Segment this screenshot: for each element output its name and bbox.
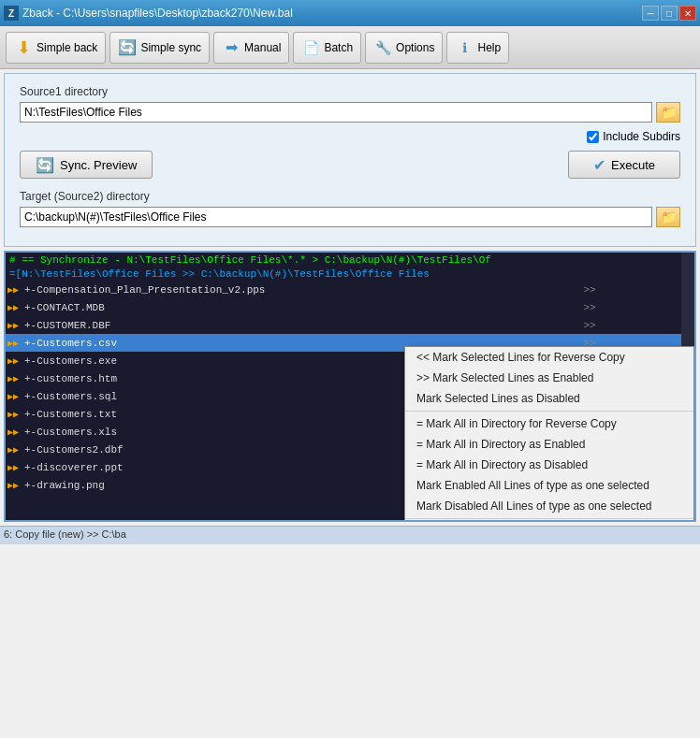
simple-sync-label: Simple sync — [140, 41, 201, 54]
ctx-separator — [405, 411, 693, 412]
include-subdirs-checkbox[interactable] — [587, 131, 599, 143]
execute-label: Execute — [611, 158, 655, 172]
execute-button[interactable]: ✔ Execute — [568, 151, 680, 179]
manual-icon: ➡ — [222, 38, 241, 57]
ctx-separator — [405, 518, 693, 519]
sync-icon-btn: 🔄 — [36, 156, 54, 174]
row-arrow: ▶▶ — [7, 409, 24, 420]
row-op: >> — [571, 320, 608, 331]
simple-back-button[interactable]: ⬇ Simple back — [6, 32, 106, 64]
ctx-menu-item[interactable]: >> Mark Selected Lines as Enabled — [405, 368, 693, 388]
context-menu: << Mark Selected Lines for Reverse Copy>… — [404, 346, 694, 522]
source-label: Source1 directory — [20, 85, 680, 98]
file-row[interactable]: ▶▶ +-CONTACT.MDB >> — [6, 298, 694, 316]
app-icon: Z — [4, 6, 19, 21]
ctx-menu-item[interactable]: Mark Selected Lines as Disabled — [405, 388, 693, 409]
manual-label: Manual — [244, 41, 281, 54]
close-button[interactable]: ✕ — [679, 6, 696, 21]
window-controls: ─ □ ✕ — [642, 6, 696, 21]
row-arrow: ▶▶ — [7, 320, 24, 331]
row-arrow: ▶▶ — [7, 355, 24, 367]
ctx-menu-item[interactable]: Mark Disabled All Lines of type as one s… — [405, 496, 693, 516]
options-button[interactable]: 🔧 Options — [365, 32, 443, 64]
row-arrow: ▶▶ — [7, 462, 24, 473]
source-field-row: 📁 — [20, 102, 680, 123]
include-subdirs-row: Include Subdirs — [20, 130, 680, 143]
batch-button[interactable]: 📄 Batch — [293, 32, 361, 64]
source-folder-button[interactable]: 📁 — [656, 102, 680, 123]
row-op: >> — [571, 284, 608, 296]
row-arrow: ▶▶ — [7, 302, 24, 313]
file-row[interactable]: ▶▶ +-CUSTOMER.DBF >> — [6, 316, 694, 334]
status-bar: 6: Copy file (new) >> C:\ba — [0, 526, 700, 544]
target-input[interactable] — [20, 207, 652, 227]
row-arrow: ▶▶ — [7, 480, 24, 491]
file-list-header: # == Synchronize - N:\TestFiles\Office F… — [6, 253, 694, 268]
ctx-menu-item[interactable]: - Delete Left Selected Files — [405, 521, 693, 522]
action-row: 🔄 Sync. Preview ✔ Execute — [20, 151, 680, 179]
include-subdirs-label: Include Subdirs — [603, 130, 680, 143]
batch-label: Batch — [324, 41, 353, 54]
batch-icon: 📄 — [301, 38, 320, 57]
file-row[interactable]: ▶▶ +-Compensation_Plan_Presentation_v2.p… — [6, 281, 694, 298]
row-filename: +-Compensation_Plan_Presentation_v2.pps — [24, 284, 571, 296]
window-title: Zback - C:\Users\snapfiles\Desktop\zback… — [22, 7, 293, 20]
main-form: Source1 directory 📁 Include Subdirs 🔄 Sy… — [4, 73, 696, 247]
toolbar: ⬇ Simple back 🔄 Simple sync ➡ Manual 📄 B… — [0, 26, 700, 69]
simple-sync-button[interactable]: 🔄 Simple sync — [109, 32, 210, 64]
execute-icon: ✔ — [593, 156, 605, 174]
target-label: Target (Source2) directory — [20, 190, 680, 203]
help-icon: ℹ — [455, 38, 474, 57]
sync-preview-label: Sync. Preview — [60, 158, 137, 172]
back-icon: ⬇ — [14, 38, 33, 57]
minimize-button[interactable]: ─ — [642, 6, 659, 21]
source-input[interactable] — [20, 102, 652, 123]
file-list-container: # == Synchronize - N:\TestFiles\Office F… — [4, 251, 696, 522]
help-label: Help — [477, 41, 501, 54]
row-arrow: ▶▶ — [7, 427, 24, 438]
row-filename: +-CONTACT.MDB — [24, 302, 571, 313]
target-field-row: 📁 — [20, 207, 680, 227]
ctx-menu-item[interactable]: = Mark All in Directory for Reverse Copy — [405, 413, 693, 434]
title-bar: Z Zback - C:\Users\snapfiles\Desktop\zba… — [0, 0, 700, 26]
row-op: >> — [571, 302, 608, 313]
target-folder-button[interactable]: 📁 — [656, 207, 680, 227]
ctx-menu-item[interactable]: = Mark All in Directory as Enabled — [405, 434, 693, 455]
manual-button[interactable]: ➡ Manual — [213, 32, 289, 64]
ctx-menu-item[interactable]: Mark Enabled All Lines of type as one se… — [405, 475, 693, 496]
title-bar-left: Z Zback - C:\Users\snapfiles\Desktop\zba… — [4, 6, 293, 21]
row-arrow: ▶▶ — [7, 373, 24, 384]
ctx-menu-item[interactable]: << Mark Selected Lines for Reverse Copy — [405, 347, 693, 368]
row-arrow: ▶▶ — [7, 338, 24, 349]
maximize-button[interactable]: □ — [661, 6, 678, 21]
status-text: 6: Copy file (new) >> C:\ba — [4, 528, 126, 540]
sync-icon: 🔄 — [118, 38, 137, 57]
options-label: Options — [396, 41, 434, 54]
row-arrow: ▶▶ — [7, 444, 24, 456]
row-arrow: ▶▶ — [7, 284, 24, 296]
simple-back-label: Simple back — [36, 41, 97, 54]
row-arrow: ▶▶ — [7, 391, 24, 402]
help-button[interactable]: ℹ Help — [446, 32, 509, 64]
ctx-menu-item[interactable]: = Mark All in Directory as Disabled — [405, 455, 693, 475]
file-list-subheader: =[N:\TestFiles\Office Files >> C:\backup… — [6, 268, 694, 281]
row-filename: +-CUSTOMER.DBF — [24, 320, 571, 331]
sync-preview-button[interactable]: 🔄 Sync. Preview — [20, 151, 153, 179]
options-icon: 🔧 — [373, 38, 392, 57]
